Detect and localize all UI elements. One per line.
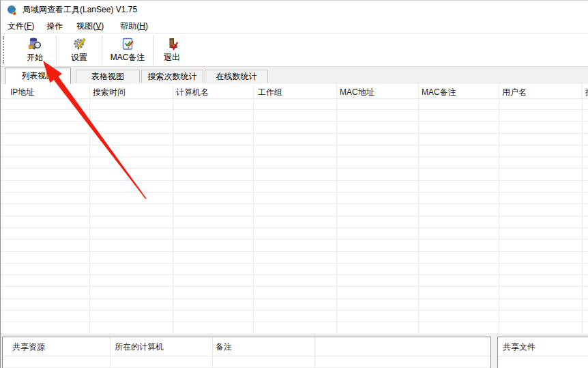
mac-note-icon: [121, 37, 135, 51]
shared-files-panel[interactable]: 共享文件: [497, 337, 588, 368]
title-bar: 局域网查看工具(LanSee) V1.75: [1, 1, 588, 19]
column-header-ip[interactable]: IP地址: [10, 87, 34, 98]
menu-action[interactable]: 操作: [44, 19, 65, 33]
header-underline: [498, 356, 588, 356]
column-header-host-computer[interactable]: 所在的计算机: [115, 341, 164, 353]
menu-file[interactable]: 文件(F): [5, 19, 37, 33]
menu-view[interactable]: 视图(V): [74, 19, 106, 33]
menu-bar: 文件(F) 操作 视图(V) 帮助(H): [1, 19, 588, 33]
column-header-remark[interactable]: 备注: [216, 341, 232, 353]
start-button[interactable]: 开始: [14, 34, 56, 66]
column-header-workgroup[interactable]: 工作组: [258, 87, 282, 98]
exit-button-label: 退出: [164, 52, 180, 63]
exit-boot-icon: [165, 37, 179, 51]
column-header-computer-name[interactable]: 计算机名: [176, 87, 209, 98]
app-logo-icon: [7, 5, 18, 16]
tab-search-count-stats[interactable]: 搜索次数统计: [141, 70, 203, 83]
column-header-shared-files[interactable]: 共享文件: [503, 341, 535, 353]
start-search-icon: [28, 37, 42, 51]
tab-online-count-stats[interactable]: 在线数统计: [205, 70, 268, 83]
list-view[interactable]: IP地址 搜索时间 计算机名 工作组 MAC地址 MAC备注 用户名 搜索次数: [1, 84, 588, 333]
settings-button[interactable]: 设置: [57, 34, 102, 66]
start-button-label: 开始: [27, 52, 43, 63]
mac-note-button-label: MAC备注: [111, 52, 145, 63]
menu-help[interactable]: 帮助(H): [117, 19, 151, 33]
tab-table-view[interactable]: 表格视图: [76, 70, 140, 83]
window-title: 局域网查看工具(LanSee) V1.75: [23, 4, 137, 16]
exit-button[interactable]: 退出: [153, 34, 190, 66]
mac-note-button[interactable]: MAC备注: [102, 34, 153, 66]
column-header-mac-note[interactable]: MAC备注: [422, 87, 456, 98]
column-header-mac-address[interactable]: MAC地址: [340, 87, 374, 98]
column-header-search-count[interactable]: 搜索次数: [585, 87, 588, 98]
column-header-shared-resource[interactable]: 共享资源: [12, 341, 45, 353]
shared-resources-panel[interactable]: 共享资源 所在的计算机 备注: [2, 337, 491, 368]
column-grid-line: [110, 337, 111, 368]
app-window: 局域网查看工具(LanSee) V1.75 文件(F) 操作 视图(V) 帮助(…: [0, 0, 588, 368]
column-header-search-time[interactable]: 搜索时间: [93, 87, 126, 98]
header-underline: [3, 356, 490, 356]
toolbar-gripper[interactable]: [3, 36, 4, 63]
column-header-username[interactable]: 用户名: [502, 87, 527, 98]
column-grid-line: [314, 337, 315, 368]
column-grid-line: [212, 337, 213, 368]
toolbar: 开始 设置 MAC备注: [1, 33, 588, 67]
settings-gear-icon: [72, 37, 87, 51]
row-grid-lines: [1, 109, 588, 333]
settings-button-label: 设置: [71, 52, 87, 63]
tab-list-view[interactable]: 列表视图: [5, 68, 71, 84]
